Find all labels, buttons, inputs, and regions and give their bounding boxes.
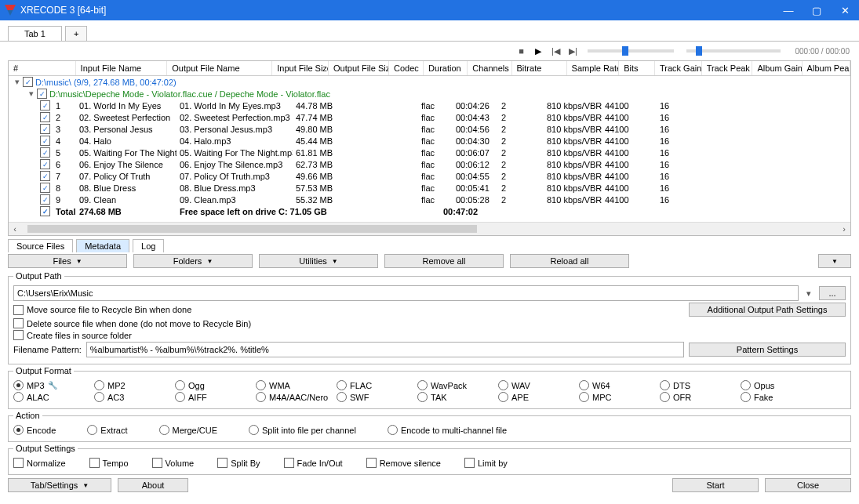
row-checkbox[interactable] xyxy=(40,136,50,146)
row-checkbox[interactable] xyxy=(40,100,50,111)
root-folder-row[interactable]: ▾ D:\music\ (9/9, 274.68 MB, 00:47:02) xyxy=(9,76,850,88)
setting-tempo[interactable]: Tempo xyxy=(89,458,129,468)
radio-icon[interactable] xyxy=(660,380,670,390)
col-again[interactable]: Album Gain xyxy=(752,61,802,75)
collapse-icon[interactable]: ▾ xyxy=(27,89,35,99)
about-button[interactable]: About xyxy=(118,478,188,492)
track-row[interactable]: 4 04. Halo 04. Halo.mp3 45.44 MB flac 00… xyxy=(9,135,850,147)
format-wav[interactable]: WAV xyxy=(498,380,579,390)
radio-icon[interactable] xyxy=(94,392,104,402)
action-encode[interactable]: Encode xyxy=(13,425,56,435)
add-tab-button[interactable]: + xyxy=(65,26,87,41)
track-row[interactable]: 1 01. World In My Eyes 01. World In My E… xyxy=(9,100,850,111)
output-path-input[interactable] xyxy=(13,285,799,301)
col-outsize[interactable]: Output File Size xyxy=(329,61,389,75)
grid-header[interactable]: # Input File Name Output File Name Input… xyxy=(9,61,850,76)
col-bits[interactable]: Bits xyxy=(619,61,655,75)
setting-volume[interactable]: Volume xyxy=(152,458,195,468)
row-checkbox[interactable] xyxy=(37,89,47,99)
format-ac3[interactable]: AC3 xyxy=(94,392,175,402)
radio-icon[interactable] xyxy=(337,392,347,402)
row-checkbox[interactable] xyxy=(40,147,50,158)
radio-icon[interactable] xyxy=(249,425,259,435)
row-checkbox[interactable] xyxy=(40,124,50,134)
col-bitrate[interactable]: Bitrate xyxy=(512,61,567,75)
action-merge-cue[interactable]: Merge/CUE xyxy=(159,425,217,435)
checkbox[interactable] xyxy=(217,458,227,468)
seek-slider[interactable] xyxy=(588,49,674,53)
next-icon[interactable]: ▶| xyxy=(566,46,580,56)
format-w64[interactable]: W64 xyxy=(579,380,660,390)
scroll-left-icon[interactable]: ‹ xyxy=(9,224,21,234)
files-dropdown[interactable]: Files▼ xyxy=(8,254,127,268)
play-icon[interactable]: ▶ xyxy=(531,46,545,56)
h-scrollbar[interactable]: ‹ › xyxy=(9,222,850,235)
grid-body[interactable]: ▾ D:\music\ (9/9, 274.68 MB, 00:47:02) ▾… xyxy=(9,76,850,222)
pattern-settings-button[interactable]: Pattern Settings xyxy=(689,343,846,357)
track-row[interactable]: 3 03. Personal Jesus 03. Personal Jesus.… xyxy=(9,123,850,135)
scroll-right-icon[interactable]: › xyxy=(838,224,850,234)
format-ofr[interactable]: OFR xyxy=(660,392,741,402)
row-checkbox[interactable] xyxy=(40,194,50,205)
format-mp2[interactable]: MP2 xyxy=(94,380,175,390)
cue-row[interactable]: ▾ D:\music\Depeche Mode - Violator.flac.… xyxy=(9,88,850,100)
track-row[interactable]: 2 02. Sweetest Perfection 02. Sweetest P… xyxy=(9,111,850,123)
col-duration[interactable]: Duration xyxy=(424,61,468,75)
tab-source-files[interactable]: Source Files xyxy=(8,239,73,252)
tab-metadata[interactable]: Metadata xyxy=(76,239,129,252)
close-window-button[interactable]: ✕ xyxy=(831,0,859,20)
radio-icon[interactable] xyxy=(741,380,751,390)
radio-icon[interactable] xyxy=(175,392,185,402)
radio-icon[interactable] xyxy=(579,380,589,390)
format-mpc[interactable]: MPC xyxy=(579,392,660,402)
close-button[interactable]: Close xyxy=(765,478,851,492)
setting-remove-silence[interactable]: Remove silence xyxy=(366,458,441,468)
format-ogg[interactable]: Ogg xyxy=(175,380,256,390)
format-ape[interactable]: APE xyxy=(498,392,579,402)
radio-icon[interactable] xyxy=(579,392,589,402)
format-mp3[interactable]: MP3🔧 xyxy=(13,380,94,390)
track-row[interactable]: 8 08. Blue Dress 08. Blue Dress.mp3 57.5… xyxy=(9,182,850,194)
gear-icon[interactable]: 🔧 xyxy=(48,381,57,390)
radio-icon[interactable] xyxy=(13,380,24,390)
chevron-down-icon[interactable]: ▾ xyxy=(803,288,814,299)
row-checkbox[interactable] xyxy=(40,112,50,122)
format-flac[interactable]: FLAC xyxy=(337,380,417,390)
radio-icon[interactable] xyxy=(337,380,347,390)
radio-icon[interactable] xyxy=(94,380,104,390)
format-tak[interactable]: TAK xyxy=(417,392,498,402)
radio-icon[interactable] xyxy=(159,425,169,435)
checkbox[interactable] xyxy=(366,458,377,468)
create-in-source-checkbox[interactable] xyxy=(13,330,24,340)
action-extract[interactable]: Extract xyxy=(87,425,127,435)
browse-button[interactable]: ... xyxy=(819,286,846,300)
radio-icon[interactable] xyxy=(13,425,24,435)
row-checkbox[interactable] xyxy=(23,77,33,87)
format-wavpack[interactable]: WavPack xyxy=(417,380,498,390)
col-apeak[interactable]: Album Peak xyxy=(803,61,850,75)
col-channels[interactable]: Channels xyxy=(468,61,511,75)
radio-icon[interactable] xyxy=(417,392,428,402)
radio-icon[interactable] xyxy=(87,425,97,435)
volume-slider[interactable] xyxy=(686,49,781,53)
radio-icon[interactable] xyxy=(417,380,428,390)
reload-all-button[interactable]: Reload all xyxy=(510,254,629,268)
format-dts[interactable]: DTS xyxy=(660,380,741,390)
format-m4a/aac/nero[interactable]: M4A/AAC/Nero xyxy=(256,392,337,402)
row-checkbox[interactable] xyxy=(40,206,50,216)
remove-all-button[interactable]: Remove all xyxy=(384,254,504,268)
filename-pattern-input[interactable] xyxy=(86,342,684,357)
additional-output-button[interactable]: Additional Output Path Settings xyxy=(689,303,846,317)
radio-icon[interactable] xyxy=(256,392,266,402)
maximize-button[interactable]: ▢ xyxy=(803,0,831,20)
format-opus[interactable]: Opus xyxy=(741,380,821,390)
start-button[interactable]: Start xyxy=(672,478,759,492)
recycle-checkbox[interactable] xyxy=(13,305,24,315)
track-row[interactable]: 9 09. Clean 09. Clean.mp3 55.32 MB flac … xyxy=(9,194,850,205)
col-output[interactable]: Output File Name xyxy=(167,61,272,75)
radio-icon[interactable] xyxy=(498,380,508,390)
tab-1[interactable]: Tab 1 xyxy=(8,26,62,41)
row-checkbox[interactable] xyxy=(40,159,50,169)
folders-dropdown[interactable]: Folders▼ xyxy=(133,254,253,268)
prev-icon[interactable]: |◀ xyxy=(548,46,562,56)
